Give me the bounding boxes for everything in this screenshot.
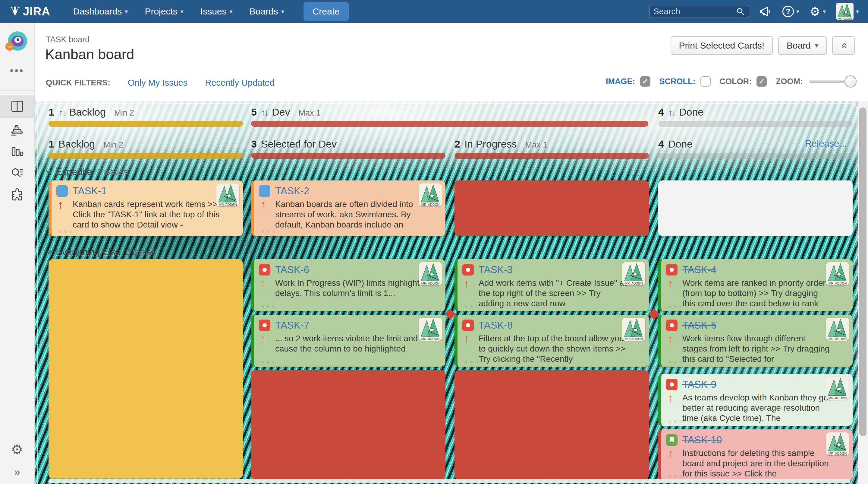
in-progress-count: 2 (455, 138, 460, 150)
card-placeholder-red[interactable] (455, 180, 649, 236)
card-key-link[interactable]: TASK-8 (478, 319, 513, 331)
sidebar-item-board[interactable] (0, 95, 34, 118)
done-name: Done (668, 138, 692, 150)
card-task-1[interactable]: TASK-1 ↑ Kanban cards represent work ite… (49, 180, 243, 236)
column-header-done-top[interactable]: 4 ↑↓ Done (658, 106, 704, 120)
card-placeholder-white[interactable] (658, 180, 852, 236)
nav-boards-label: Boards (250, 6, 278, 17)
horizontal-scrollbar[interactable] (49, 479, 850, 483)
chevron-down-icon: ▾ (796, 8, 799, 15)
sort-arrows-icon[interactable]: ↑↓ (668, 107, 675, 118)
nav-dashboards[interactable]: Dashboards ▾ (73, 6, 128, 17)
card-task-10[interactable]: TASK-10 ↑ Instructions for deleting this… (658, 429, 852, 481)
chevron-down-icon: ▾ (181, 8, 184, 15)
user-menu[interactable]: ▾ (836, 3, 859, 20)
card-task-4[interactable]: TASK-4 ↑ Work items are ranked in priori… (658, 259, 852, 311)
card-summary: Kanban boards are often divided into str… (275, 199, 424, 230)
select-checkbox[interactable] (56, 185, 68, 197)
card-key-link[interactable]: TASK-2 (275, 185, 309, 197)
card-task-7[interactable]: TASK-7 ↑ ... so 2 work items violate the… (251, 315, 445, 367)
search-input[interactable] (653, 7, 736, 16)
settings-menu[interactable]: ⚙ ▾ (809, 5, 826, 18)
column-header-backlog[interactable]: 1 Backlog Min 2 (49, 138, 123, 152)
release-link[interactable]: Release... (805, 138, 847, 149)
card-task-9[interactable]: TASK-9 ↑ As teams develop with Kanban th… (658, 374, 852, 426)
swimlane-header-expedite[interactable]: Expedite 2 issues (47, 167, 128, 177)
card-task-6[interactable]: TASK-6 ↑ Work In Progress (WIP) limits h… (251, 259, 445, 311)
gear-icon: ⚙ (809, 5, 820, 18)
card-placeholder-yellow[interactable] (49, 259, 243, 479)
board-menu-button[interactable]: Board ▾ (778, 36, 827, 55)
scroll-checkbox[interactable] (701, 76, 711, 87)
zoom-slider-knob[interactable] (844, 76, 857, 87)
card-key-link[interactable]: TASK-5 (682, 319, 716, 331)
in-progress-bar (455, 153, 649, 159)
card-key-link[interactable]: TASK-1 (73, 185, 107, 197)
card-task-8[interactable]: TASK-8 ↑ Filters at the top of the board… (455, 315, 649, 367)
nav-issues[interactable]: Issues ▾ (200, 6, 233, 17)
card-key-link[interactable]: TASK-10 (682, 434, 722, 446)
sort-arrows-icon[interactable]: ↑↓ (261, 107, 268, 118)
swimlane-header-everything-else[interactable]: Everything Else 8 issues (47, 247, 156, 258)
sidebar-expand-icon[interactable]: » (0, 466, 34, 479)
column-header-in-progress[interactable]: 2 In Progress Max 1 (455, 138, 547, 152)
assignee-avatar (622, 262, 645, 285)
sidebar-more-button[interactable]: ••• (0, 64, 34, 76)
board-columns-icon (10, 99, 25, 114)
column-header-done[interactable]: 4 Done (658, 138, 692, 152)
dev-count: 5 (251, 106, 257, 118)
card-key-link[interactable]: TASK-6 (275, 264, 309, 276)
search-box[interactable] (649, 5, 749, 18)
board-menu-label: Board (786, 40, 811, 51)
card-key-link[interactable]: TASK-4 (682, 264, 716, 276)
card-summary: ... so 2 work items violate the limit an… (275, 334, 424, 354)
color-toggle-label: COLOR: (720, 77, 752, 86)
card-key-link[interactable]: TASK-7 (275, 319, 309, 331)
issue-type-icon (666, 319, 678, 331)
card-task-5[interactable]: TASK-5 ↑ Work items flow through differe… (658, 315, 852, 367)
bar-chart-icon (10, 144, 25, 159)
nav-projects[interactable]: Projects ▾ (145, 6, 183, 17)
puzzle-icon (10, 188, 25, 202)
card-task-3[interactable]: TASK-3 ↑ Add work items with "+ Create I… (455, 259, 649, 311)
card-placeholder-red[interactable] (455, 370, 649, 479)
sidebar-item-reports[interactable] (0, 140, 34, 163)
issue-type-icon (259, 319, 270, 331)
sidebar-item-issues-search[interactable] (0, 162, 34, 185)
sidebar-item-addons[interactable] (0, 183, 34, 206)
board-settings-gear-icon[interactable]: ⚙ (0, 442, 34, 457)
project-avatar[interactable]: <> (8, 31, 27, 51)
collapse-header-button[interactable]: » (832, 36, 855, 55)
card-summary: Instructions for deleting this sample bo… (682, 448, 832, 479)
top-navbar: JIRA Dashboards ▾ Projects ▾ Issues ▾ Bo… (0, 0, 868, 23)
announcements-button[interactable] (760, 5, 772, 18)
column-header-selected-for-dev[interactable]: 3 Selected for Dev (251, 138, 337, 152)
help-menu[interactable]: ? ▾ (782, 6, 799, 17)
zoom-slider[interactable] (809, 76, 855, 87)
column-header-backlog-top[interactable]: 1 ↑↓ Backlog Min 2 (49, 106, 134, 120)
vertical-scrollbar-thumb[interactable] (859, 107, 867, 436)
priority-high-icon: ↑ (667, 333, 673, 345)
nav-boards[interactable]: Boards ▾ (250, 6, 284, 17)
create-button[interactable]: Create (304, 2, 349, 21)
print-selected-cards-button[interactable]: Print Selected Cards! (671, 36, 773, 55)
card-task-2[interactable]: TASK-2 ↑ Kanban boards are often divided… (251, 180, 445, 236)
filter-only-my-issues[interactable]: Only My Issues (128, 78, 187, 88)
select-checkbox[interactable] (259, 185, 270, 197)
card-key-link[interactable]: TASK-3 (478, 264, 513, 276)
breadcrumb-project[interactable]: TASK board (46, 35, 90, 45)
card-placeholder-red[interactable] (251, 370, 445, 479)
vertical-scrollbar[interactable] (858, 102, 868, 484)
sidebar-item-releases[interactable] (0, 118, 34, 141)
card-summary: Work items flow through different stages… (682, 334, 832, 364)
filter-recently-updated[interactable]: Recently Updated (205, 78, 275, 88)
column-header-dev-top[interactable]: 5 ↑↓ Dev Max 1 (251, 106, 321, 120)
sort-arrows-icon[interactable]: ↑↓ (59, 107, 65, 118)
color-checkbox[interactable] (756, 76, 767, 87)
card-key-link[interactable]: TASK-9 (682, 379, 716, 390)
image-checkbox[interactable] (640, 76, 650, 87)
assignee-avatar (216, 183, 239, 206)
image-toggle-label: IMAGE: (606, 77, 635, 86)
jira-logo[interactable]: JIRA (9, 5, 50, 18)
backlog-limit: Min 2 (114, 108, 134, 118)
